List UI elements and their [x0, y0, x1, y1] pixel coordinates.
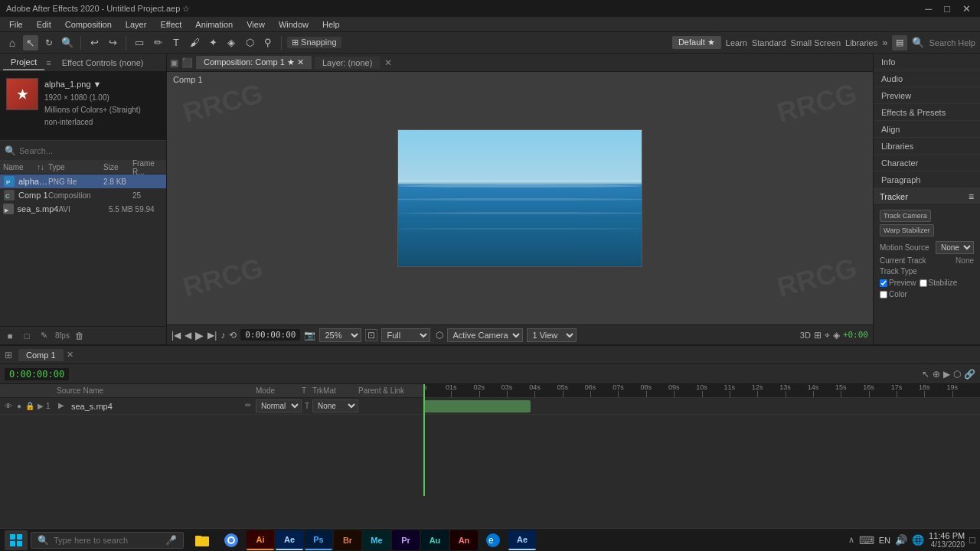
- taskbar-notification-icon[interactable]: □: [969, 534, 975, 546]
- menu-help[interactable]: Help: [316, 18, 346, 31]
- color-checkbox-label[interactable]: Color: [880, 290, 907, 298]
- layer-eye-icon[interactable]: 👁: [3, 401, 14, 412]
- first-frame-btn[interactable]: |◀: [172, 330, 181, 341]
- rotation-tool[interactable]: ↻: [41, 35, 57, 51]
- taskbar-app-illustrator[interactable]: Ai: [247, 530, 274, 550]
- taskbar-app-animate[interactable]: An: [450, 530, 478, 550]
- menu-edit[interactable]: Edit: [31, 18, 57, 31]
- stabilize-checkbox[interactable]: [920, 279, 927, 287]
- tl-btn-4[interactable]: ⬡: [953, 369, 961, 380]
- right-panel-preview[interactable]: Preview: [874, 87, 980, 104]
- preview-checkbox-label[interactable]: Preview: [880, 279, 916, 287]
- tl-btn-3[interactable]: ▶: [943, 369, 950, 380]
- menu-effect[interactable]: Effect: [154, 18, 188, 31]
- workspace-learn[interactable]: Learn: [726, 38, 747, 47]
- text-tool[interactable]: T: [168, 35, 184, 51]
- workspace-libraries[interactable]: Libraries: [845, 38, 877, 47]
- menu-window[interactable]: Window: [273, 18, 315, 31]
- eraser-tool[interactable]: ◈: [224, 35, 239, 51]
- 3d-icon[interactable]: 3D: [800, 331, 811, 340]
- menu-composition[interactable]: Composition: [59, 18, 118, 31]
- close-button[interactable]: ✕: [959, 3, 974, 15]
- track-camera-btn[interactable]: Track Camera: [880, 210, 931, 222]
- undo-tool[interactable]: ↩: [87, 35, 102, 51]
- layer-solo-icon[interactable]: ●: [14, 401, 24, 412]
- taskbar-app-photoshop[interactable]: Ps: [305, 530, 332, 550]
- start-button[interactable]: [5, 530, 28, 550]
- tab-expand-icon[interactable]: ≡: [46, 58, 51, 67]
- layer-trkmat-select[interactable]: None: [312, 399, 358, 412]
- layer-name[interactable]: sea_s.mp4: [71, 402, 245, 411]
- next-frame-btn[interactable]: ▶|: [207, 330, 217, 341]
- right-panel-effects[interactable]: Effects & Presets: [874, 104, 980, 121]
- tab-project[interactable]: Project: [3, 55, 44, 70]
- quality-select[interactable]: Full Half Quarter: [381, 328, 430, 342]
- panel-toggle-icon[interactable]: ▤: [892, 35, 907, 51]
- menu-animation[interactable]: Animation: [189, 18, 239, 31]
- taskbar-search-input[interactable]: [54, 536, 161, 545]
- snapshot-btn[interactable]: 📷: [304, 330, 315, 341]
- color-checkbox[interactable]: [880, 291, 887, 298]
- layer-mode-select[interactable]: Normal Multiply Screen: [256, 399, 302, 412]
- taskbar-mic-icon[interactable]: 🎤: [165, 535, 177, 546]
- fast-preview-btn[interactable]: ⬡: [436, 330, 443, 341]
- loop-btn[interactable]: ⟲: [229, 330, 237, 341]
- taskbar-app-premiere[interactable]: Pr: [392, 530, 420, 550]
- taskbar-network-icon[interactable]: 🌐: [912, 534, 924, 546]
- taskbar-app-ae2[interactable]: Ae: [508, 530, 536, 550]
- timeline-tab-comp1[interactable]: Comp 1: [18, 349, 64, 361]
- layer-edit-icon[interactable]: ✏: [245, 401, 256, 412]
- tl-btn-5[interactable]: 🔗: [964, 369, 975, 380]
- taskbar-keyboard-icon[interactable]: ⌨: [859, 534, 874, 546]
- workspace-small-screen[interactable]: Small Screen: [791, 38, 841, 47]
- layer-lock-icon[interactable]: 🔒: [24, 401, 35, 412]
- workspace-expand-icon[interactable]: »: [882, 37, 887, 48]
- layer-expand-icon[interactable]: ▶: [35, 401, 46, 412]
- tab-effect-controls[interactable]: Effect Controls (none): [54, 56, 152, 70]
- taskbar-up-arrow[interactable]: ∧: [848, 535, 854, 545]
- new-folder-btn[interactable]: ■: [3, 329, 17, 343]
- delete-btn[interactable]: 🗑: [73, 329, 87, 343]
- view-select[interactable]: 1 View 2 Views: [527, 328, 577, 342]
- maximize-button[interactable]: □: [941, 3, 953, 15]
- tl-btn-2[interactable]: ⊕: [933, 369, 940, 380]
- col-sort-icon[interactable]: ↑↓: [33, 163, 48, 171]
- minimize-button[interactable]: ─: [922, 3, 935, 15]
- play-btn[interactable]: ▶: [195, 329, 204, 341]
- taskbar-app-audition[interactable]: Au: [421, 530, 449, 550]
- search-help-input[interactable]: Search Help: [929, 38, 975, 47]
- workspace-standard[interactable]: Standard: [752, 38, 786, 47]
- camera-select[interactable]: Active Camera: [447, 328, 523, 342]
- workspace-default[interactable]: Default ★: [672, 36, 721, 49]
- taskbar-volume-icon[interactable]: 🔊: [895, 534, 907, 546]
- tracker-menu-icon[interactable]: ≡: [969, 191, 974, 202]
- stabilize-checkbox-label[interactable]: Stabilize: [920, 279, 958, 287]
- taskbar-lang-indicator[interactable]: EN: [879, 536, 890, 545]
- tl-btn-1[interactable]: ↖: [922, 369, 929, 380]
- warp-stabilize-btn[interactable]: Warp Stabilizer: [880, 224, 934, 236]
- brush-tool[interactable]: 🖌: [187, 35, 202, 51]
- tab-expand-btn[interactable]: ✕: [384, 57, 392, 68]
- clone-tool[interactable]: ✦: [205, 35, 220, 51]
- right-panel-libraries[interactable]: Libraries: [874, 138, 980, 155]
- fit-to-window-btn[interactable]: ⊡: [365, 329, 377, 341]
- project-item-alpha[interactable]: P alpha_1.png PNG file 2.8 KB: [0, 174, 166, 188]
- zoom-select[interactable]: 25% 50% 100%: [319, 328, 361, 342]
- search-tool[interactable]: 🔍: [60, 35, 75, 51]
- taskbar-app-chrome[interactable]: [217, 530, 245, 550]
- right-panel-character[interactable]: Character: [874, 155, 980, 171]
- new-item-btn[interactable]: ✎: [37, 329, 51, 343]
- right-panel-align[interactable]: Align: [874, 121, 980, 138]
- preview-checkbox[interactable]: [880, 279, 887, 287]
- taskbar-app-bridge[interactable]: Br: [334, 530, 361, 550]
- taskbar-app-mediaencoder[interactable]: Me: [363, 530, 390, 550]
- select-tool[interactable]: ↖: [23, 35, 38, 51]
- search-icon[interactable]: 🔍: [912, 37, 924, 48]
- snapping-btn[interactable]: ⊞ Snapping: [287, 37, 341, 48]
- taskbar-app-edge[interactable]: e: [479, 530, 507, 550]
- home-tool[interactable]: ⌂: [5, 35, 20, 51]
- track-bar-1[interactable]: [423, 400, 531, 412]
- taskbar-app-aftereffects[interactable]: Ae: [276, 530, 303, 550]
- prev-frame-btn[interactable]: ◀: [185, 330, 191, 341]
- right-panel-info[interactable]: Info: [874, 54, 980, 70]
